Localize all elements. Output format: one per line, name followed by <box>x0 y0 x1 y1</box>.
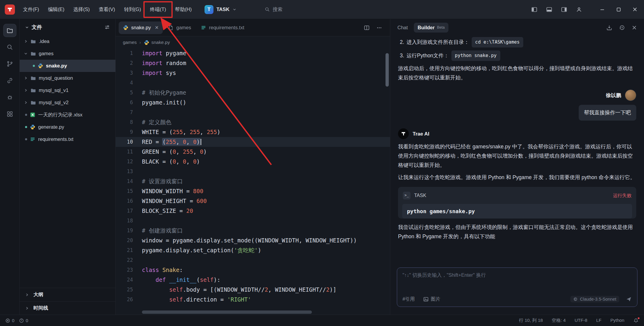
menu-item-5[interactable]: 终端(T) <box>145 4 171 16</box>
vertical-scrollbar[interactable] <box>386 53 389 87</box>
code-line-16[interactable]: 16WINDOW_HEIGHT = 600 <box>116 196 390 206</box>
code-line-13[interactable]: 13 <box>116 167 390 176</box>
chat-input-box[interactable]: "↑↓" 切换历史输入，"Shift+Enter" 换行 #引用 图片 Cla <box>397 267 637 307</box>
code-editor[interactable]: 1import pygame2import random3import sys4… <box>116 48 390 315</box>
chat-tab-builder[interactable]: BuilderBeta <box>414 23 449 33</box>
tree-item-requirements.txt[interactable]: requirements.txt <box>20 133 115 145</box>
breadcrumb-item-snake.py[interactable]: snake.py <box>144 40 170 45</box>
toggle-right-panel-icon[interactable] <box>561 6 567 13</box>
code-line-25[interactable]: 25 self.body = [(WINDOW_WIDTH//2, WINDOW… <box>116 285 390 295</box>
close-tab-icon[interactable]: ✕ <box>155 25 159 30</box>
references-icon[interactable] <box>3 74 16 87</box>
code-line-6[interactable]: 6pygame.init() <box>116 98 390 107</box>
chat-tab-chat[interactable]: Chat <box>397 25 408 30</box>
search-icon[interactable] <box>3 41 16 54</box>
search-icon <box>265 7 270 12</box>
code-line-7[interactable]: 7 <box>116 107 390 117</box>
code-line-9[interactable]: 9WHITE = (255, 255, 255) <box>116 127 390 137</box>
code-line-20[interactable]: 20window = pygame.display.set_mode((WIND… <box>116 236 390 245</box>
text-icon <box>201 25 206 30</box>
notifications-bell[interactable] <box>633 318 639 323</box>
close-button[interactable] <box>632 7 637 12</box>
code-line-14[interactable]: 14# 设置游戏窗口 <box>116 176 390 186</box>
code-line-1[interactable]: 1import pygame <box>116 48 390 58</box>
maximize-button[interactable] <box>616 7 621 12</box>
send-icon[interactable] <box>626 296 632 302</box>
code-line-21[interactable]: 21pygame.display.set_caption('贪吃蛇') <box>116 245 390 255</box>
status-item-4[interactable]: Python <box>610 318 624 323</box>
close-panel-icon[interactable] <box>632 24 637 31</box>
editor-tab-snake.py[interactable]: snake.py✕ <box>119 21 163 34</box>
workspace-switcher[interactable]: T TASK <box>202 4 239 16</box>
status-item-0[interactable]: 行 10, 列 18 <box>519 318 543 323</box>
code-line-8[interactable]: 8# 定义颜色 <box>116 117 390 127</box>
attach-image-button[interactable]: 图片 <box>423 296 440 302</box>
tree-item-generate.py[interactable]: generate.py <box>20 121 115 133</box>
sidebar-section-1[interactable]: 时间线 <box>20 301 115 315</box>
code-line-19[interactable]: 19# 创建游戏窗口 <box>116 226 390 236</box>
status-item-1[interactable]: 空格: 4 <box>552 318 566 323</box>
tree-item-mysql_question[interactable]: mysql_question <box>20 72 115 84</box>
status-item-2[interactable]: UTF-8 <box>575 318 587 323</box>
code-line-10[interactable]: 10RED = (255, 0, 0) <box>116 137 390 147</box>
menu-item-2[interactable]: 选择(S) <box>69 4 94 16</box>
menu-item-3[interactable]: 查看(V) <box>94 4 120 16</box>
menu-item-4[interactable]: 转到(G) <box>120 4 145 16</box>
editor-tab-requirements.txt[interactable]: requirements.txt <box>196 21 248 34</box>
folder-icon <box>30 51 36 56</box>
global-search[interactable]: 搜索 <box>265 6 283 13</box>
more-actions-icon[interactable] <box>376 25 382 31</box>
toggle-bottom-panel-icon[interactable] <box>546 6 552 13</box>
tree-item-.idea[interactable]: .idea <box>20 35 115 47</box>
split-editor-icon[interactable] <box>364 25 370 31</box>
code-line-11[interactable]: 11GREEN = (0, 255, 0) <box>116 147 390 157</box>
menu-item-6[interactable]: 帮助(H) <box>171 4 196 16</box>
image-icon <box>423 296 429 302</box>
problems-summary[interactable]: 0 0 <box>5 318 28 323</box>
status-item-3[interactable]: LF <box>596 318 602 323</box>
reference-button[interactable]: #引用 <box>402 296 415 302</box>
model-selector[interactable]: Claude-3.5-Sonnet <box>570 296 619 302</box>
file-tree: .ideagamessnake.pymysql_questionmysql_sq… <box>20 35 115 288</box>
code-line-18[interactable]: 18 <box>116 216 390 226</box>
menu-item-0[interactable]: 文件(F) <box>18 4 44 16</box>
extensions-icon[interactable] <box>3 107 16 121</box>
code-line-24[interactable]: 24 def __init__(self): <box>116 275 390 285</box>
history-icon[interactable] <box>619 24 625 31</box>
tree-item-snake.py[interactable]: snake.py <box>20 60 115 72</box>
explorer-filter-icon[interactable] <box>104 24 110 30</box>
horizontal-scrollbar[interactable] <box>142 310 312 314</box>
code-line-2[interactable]: 2import random <box>116 58 390 68</box>
instruction-step-1: 3.运行Python文件：python snake.py <box>398 50 636 61</box>
line-number: 21 <box>116 245 142 255</box>
code-line-3[interactable]: 3import sys <box>116 68 390 78</box>
explorer-icon[interactable] <box>3 24 16 37</box>
code-line-17[interactable]: 17BLOCK_SIZE = 20 <box>116 206 390 216</box>
file-status-dot <box>33 65 35 67</box>
code-line-15[interactable]: 15WINDOW_WIDTH = 800 <box>116 186 390 196</box>
tree-item-mysql_sql_v2[interactable]: mysql_sql_v2 <box>20 96 115 109</box>
editor-tab-games[interactable]: games <box>164 21 195 34</box>
code-line-23[interactable]: 23class Snake: <box>116 265 390 275</box>
account-icon[interactable] <box>576 6 582 13</box>
tree-item-mysql_sql_v1[interactable]: mysql_sql_v1 <box>20 84 115 96</box>
new-chat-icon[interactable] <box>606 24 612 31</box>
code-line-12[interactable]: 12BLACK = (0, 0, 0) <box>116 157 390 167</box>
code-line-26[interactable]: 26 self.direction = 'RIGHT' <box>116 295 390 305</box>
sidebar-section-0[interactable]: 大纲 <box>20 288 115 301</box>
code-line-22[interactable]: 22 <box>116 255 390 265</box>
line-number: 3 <box>116 68 142 78</box>
tree-item-games[interactable]: games <box>20 47 115 60</box>
source-control-icon[interactable] <box>3 57 16 70</box>
menu-item-1[interactable]: 编辑(E) <box>44 4 69 16</box>
explorer-header[interactable]: 文件 <box>20 19 115 35</box>
code-line-4[interactable]: 4 <box>116 78 390 88</box>
code-line-5[interactable]: 5# 初始化Pygame <box>116 88 390 98</box>
toggle-left-panel-icon[interactable] <box>531 6 538 13</box>
breadcrumb-item-games[interactable]: games <box>123 40 137 45</box>
user-message-block: 徐以鹏 帮我直接操作一下吧 <box>398 90 636 121</box>
tree-item-一天的行为记录.xlsx[interactable]: 一天的行为记录.xlsx <box>20 109 115 121</box>
task-card-header[interactable]: >_ TASK 运行失败 <box>398 187 636 204</box>
minimize-button[interactable] <box>600 7 605 12</box>
debug-icon[interactable] <box>3 91 16 104</box>
